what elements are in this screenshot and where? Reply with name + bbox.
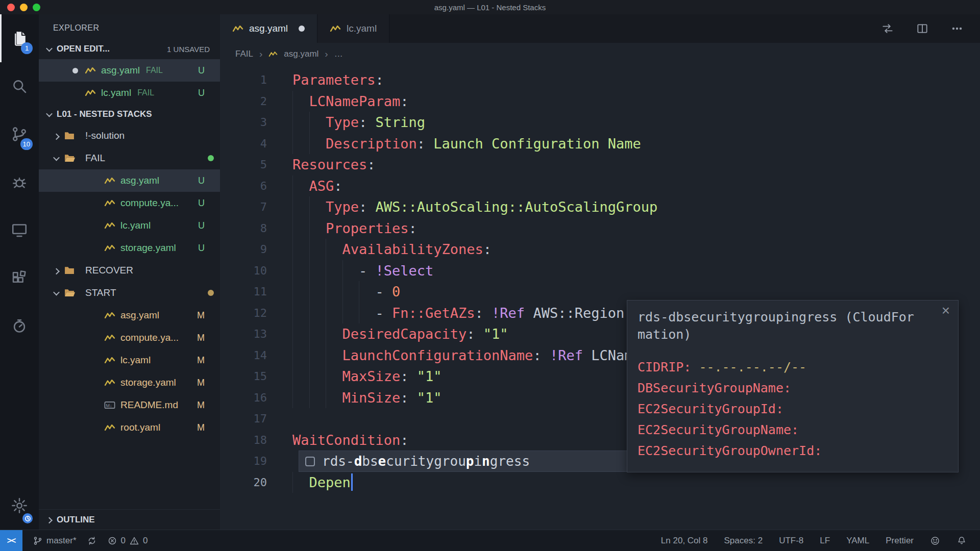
- split-editor-icon[interactable]: [916, 22, 929, 35]
- line-number: 5: [220, 158, 267, 171]
- line-number: 10: [220, 264, 267, 277]
- warning-icon: [129, 536, 139, 546]
- folder-icon: [64, 130, 75, 141]
- breadcrumb-item[interactable]: FAIL: [235, 49, 253, 59]
- yaml-file-icon: [104, 220, 115, 231]
- language-mode-item[interactable]: YAML: [846, 536, 869, 546]
- sync-button[interactable]: [87, 536, 97, 546]
- tree-file-item[interactable]: lc.yamlM: [39, 349, 220, 371]
- open-editors-section-header[interactable]: OPEN EDIT... 1 UNSAVED: [39, 39, 220, 59]
- editor-tab[interactable]: lc.yaml: [317, 14, 389, 43]
- code-editor[interactable]: 1Parameters:2LCNameParam:3Type: String4D…: [220, 65, 980, 530]
- yaml-file-icon: [85, 87, 96, 98]
- code-line[interactable]: 6ASG:: [220, 176, 980, 197]
- code-line[interactable]: 10- !Select: [220, 260, 980, 282]
- code-line[interactable]: 7Type: AWS::AutoScaling::AutoScalingGrou…: [220, 196, 980, 218]
- code-line[interactable]: 4Description: Launch Configuration Name: [220, 133, 980, 155]
- remote-explorer-activity-button[interactable]: [0, 206, 39, 254]
- indent-guide: [309, 366, 326, 387]
- indent-guide: [359, 303, 376, 324]
- chevron-down-icon: [46, 110, 53, 117]
- breadcrumb-item[interactable]: asg.yaml: [284, 49, 318, 59]
- file-name: lc.yaml: [101, 87, 131, 98]
- git-status-badge: M: [197, 378, 205, 388]
- extensions-icon: [10, 269, 29, 287]
- close-window-button[interactable]: [7, 4, 15, 11]
- formatter-item[interactable]: Prettier: [886, 536, 914, 546]
- tree-folder-item[interactable]: FAIL: [39, 147, 220, 169]
- feedback-smiley-button[interactable]: [930, 536, 940, 546]
- indent-guide: [292, 133, 309, 155]
- indent-guide: [309, 239, 326, 260]
- open-editor-item[interactable]: asg.yamlFAILU: [39, 59, 220, 82]
- file-name: lc.yaml: [120, 355, 151, 366]
- line-number: 4: [220, 137, 267, 150]
- tree-folder-item[interactable]: START: [39, 282, 220, 304]
- folder-name: RECOVER: [85, 265, 133, 276]
- maximize-window-button[interactable]: [33, 4, 40, 11]
- tree-file-item[interactable]: compute.ya...M: [39, 327, 220, 349]
- dirty-indicator: [299, 26, 305, 32]
- tree-file-item[interactable]: compute.ya...U: [39, 192, 220, 214]
- tree-file-item[interactable]: M↓README.mdM: [39, 394, 220, 416]
- close-icon[interactable]: ×: [942, 303, 950, 319]
- tree-file-item[interactable]: lc.yamlU: [39, 214, 220, 237]
- extensions-activity-button[interactable]: [0, 254, 39, 302]
- tab-strip: asg.yamllc.yaml: [220, 14, 980, 43]
- file-name: compute.ya...: [120, 332, 179, 343]
- indent-guide: [292, 91, 309, 112]
- notifications-bell-button[interactable]: [957, 536, 967, 546]
- remote-indicator[interactable]: ><: [0, 530, 22, 551]
- chevron-down-icon: [46, 45, 53, 52]
- source-control-activity-button[interactable]: 10: [0, 110, 39, 158]
- monitor-icon: [10, 221, 29, 239]
- activity-bar: 1 10: [0, 14, 39, 530]
- search-activity-button[interactable]: [0, 62, 39, 110]
- more-actions-icon[interactable]: [950, 22, 964, 35]
- minimize-window-button[interactable]: [20, 4, 28, 11]
- code-line[interactable]: 2LCNameParam:: [220, 91, 980, 112]
- tree-file-item[interactable]: storage.yamlM: [39, 371, 220, 394]
- project-section-header[interactable]: L01 - NESTED STACKS: [39, 104, 220, 124]
- snippet-icon: [305, 457, 315, 466]
- settings-gear-button[interactable]: [0, 482, 39, 530]
- editor-tab[interactable]: asg.yaml: [220, 14, 317, 43]
- task-timer-activity-button[interactable]: [0, 302, 39, 350]
- compare-changes-icon[interactable]: [881, 22, 894, 35]
- encoding-item[interactable]: UTF-8: [779, 536, 803, 546]
- code-line[interactable]: 3Type: String: [220, 112, 980, 133]
- file-name: asg.yaml: [120, 175, 159, 186]
- outline-section-header[interactable]: OUTLINE: [39, 509, 220, 530]
- explorer-activity-button[interactable]: 1: [0, 14, 39, 62]
- code-line[interactable]: 5Resources:: [220, 154, 980, 176]
- line-number: 17: [220, 412, 267, 425]
- git-status-badge: U: [198, 198, 205, 209]
- indentation-item[interactable]: Spaces: 2: [724, 536, 763, 546]
- tabs: asg.yamllc.yaml: [220, 14, 389, 43]
- file-name: storage.yaml: [120, 242, 176, 254]
- run-debug-activity-button[interactable]: [0, 158, 39, 206]
- git-branch-item[interactable]: master*: [33, 536, 77, 546]
- eol-item[interactable]: LF: [820, 536, 830, 546]
- tree-file-item[interactable]: asg.yamlM: [39, 304, 220, 327]
- yaml-file-icon: [104, 355, 115, 366]
- code-line[interactable]: 9AvailabilityZones:: [220, 239, 980, 260]
- suggestion-item[interactable]: rds-dbsecuritygroupingress: [299, 450, 627, 472]
- cursor-position-item[interactable]: Ln 20, Col 8: [661, 536, 708, 546]
- code-line[interactable]: 11- 0: [220, 281, 980, 303]
- indent-guide: [292, 472, 309, 493]
- yaml-file-icon: [232, 23, 243, 34]
- code-line[interactable]: 1Parameters:: [220, 69, 980, 91]
- tree-folder-item[interactable]: RECOVER: [39, 259, 220, 282]
- breadcrumb-item[interactable]: …: [334, 49, 343, 59]
- tree-file-item[interactable]: root.yamlM: [39, 416, 220, 439]
- code-line[interactable]: 20Depen: [220, 472, 980, 493]
- tab-label: asg.yaml: [249, 23, 288, 34]
- open-editor-item[interactable]: lc.yamlFAILU: [39, 82, 220, 104]
- code-line[interactable]: 8Properties:: [220, 218, 980, 239]
- tree-file-item[interactable]: storage.yamlU: [39, 237, 220, 259]
- tree-file-item[interactable]: asg.yamlU: [39, 169, 220, 192]
- indent-guide: [292, 260, 309, 282]
- problems-item[interactable]: 0 0: [107, 536, 148, 546]
- tree-folder-item[interactable]: !-solution: [39, 124, 220, 147]
